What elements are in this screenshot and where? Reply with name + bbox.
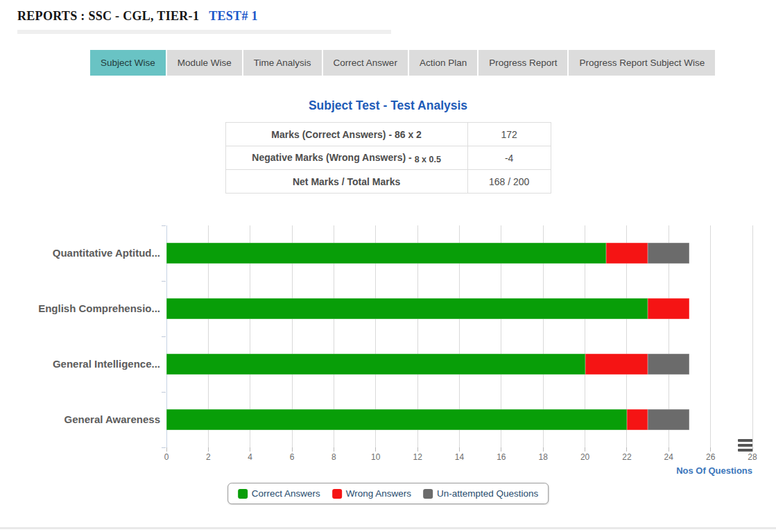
row-label-text: Net Marks / Total Marks xyxy=(293,176,400,187)
x-axis-tick xyxy=(166,447,167,452)
hamburger-bar xyxy=(738,439,753,442)
hamburger-bar xyxy=(738,444,753,447)
category-axis-tick xyxy=(162,336,166,337)
row-value: 168 / 200 xyxy=(467,170,551,194)
bar-segment-wrong-answers[interactable] xyxy=(627,409,648,430)
marks-summary-table: Marks (Correct Answers) - 86 x 2172Negat… xyxy=(225,122,551,194)
x-tick-label: 26 xyxy=(697,452,725,462)
x-tick-label: 4 xyxy=(236,452,264,462)
gridline xyxy=(710,225,711,447)
report-page: REPORTS : SSC - CGL, TIER-1TEST# 1 Subje… xyxy=(0,0,776,532)
tab-module-wise[interactable]: Module Wise xyxy=(167,50,242,76)
table-row: Negative Marks (Wrong Answers) -8 x 0.5-… xyxy=(225,146,551,170)
subject-test-bar-chart: Nos Of Questions Correct AnswersWrong An… xyxy=(0,208,776,513)
x-tick-label: 2 xyxy=(194,452,222,462)
legend-item-correct-answers[interactable]: Correct Answers xyxy=(238,488,320,499)
x-axis-tick xyxy=(543,447,544,452)
analysis-title: Subject Test - Test Analysis xyxy=(0,98,776,113)
legend-label: Correct Answers xyxy=(252,488,320,499)
header-divider xyxy=(17,30,391,34)
bar-segment-correct-answers[interactable] xyxy=(166,243,606,264)
tab-bar: Subject WiseModule WiseTime AnalysisCorr… xyxy=(90,50,776,76)
bar-row-general-awareness xyxy=(166,409,689,430)
category-label-english-comprehensio: English Comprehensio... xyxy=(0,302,160,316)
bar-row-quantitative-aptitud xyxy=(166,243,689,264)
tab-subject-wise[interactable]: Subject Wise xyxy=(90,50,166,76)
category-axis-tick xyxy=(162,392,166,393)
x-tick-label: 14 xyxy=(446,452,474,462)
category-axis-tick xyxy=(162,281,166,282)
bar-segment-wrong-answers[interactable] xyxy=(606,243,648,264)
bar-segment-un-attempted-questions[interactable] xyxy=(648,409,689,430)
x-axis-tick xyxy=(292,447,293,452)
x-tick-label: 8 xyxy=(320,452,347,462)
page-title: REPORTS : SSC - CGL, TIER-1 xyxy=(17,9,199,23)
x-tick-label: 6 xyxy=(278,452,306,462)
bar-segment-wrong-answers[interactable] xyxy=(585,354,648,375)
bottom-divider xyxy=(0,527,776,529)
legend-label: Un-attempted Questions xyxy=(437,488,538,499)
bar-segment-correct-answers[interactable] xyxy=(166,354,585,375)
x-tick-label: 18 xyxy=(529,452,557,462)
legend-label: Wrong Answers xyxy=(346,488,411,499)
legend-item-wrong-answers[interactable]: Wrong Answers xyxy=(332,488,411,499)
tab-time-analysis[interactable]: Time Analysis xyxy=(243,50,322,76)
x-axis-tick xyxy=(208,447,209,452)
x-tick-label: 22 xyxy=(613,452,641,462)
x-tick-label: 28 xyxy=(739,452,766,462)
x-axis-tick xyxy=(459,447,460,452)
x-tick-label: 10 xyxy=(362,452,390,462)
row-label: Negative Marks (Wrong Answers) -8 x 0.5 xyxy=(225,146,467,170)
bar-row-english-comprehensio xyxy=(166,298,689,319)
x-axis-tick xyxy=(626,447,627,452)
hamburger-bar xyxy=(738,449,753,452)
row-value: 172 xyxy=(467,123,551,146)
gridline xyxy=(752,225,753,447)
tab-progress-report-subject-wise[interactable]: Progress Report Subject Wise xyxy=(569,50,715,76)
row-label-subtext: 8 x 0.5 xyxy=(415,155,441,164)
bar-segment-correct-answers[interactable] xyxy=(166,409,627,430)
table-row: Net Marks / Total Marks168 / 200 xyxy=(225,170,551,194)
category-label-quantitative-aptitud: Quantitative Aptitud... xyxy=(0,246,160,260)
x-axis-tick xyxy=(334,447,334,452)
table-row: Marks (Correct Answers) - 86 x 2172 xyxy=(225,123,551,146)
x-axis-tick xyxy=(710,447,711,452)
tab-progress-report[interactable]: Progress Report xyxy=(478,50,567,76)
row-label-text: Marks (Correct Answers) - 86 x 2 xyxy=(271,129,422,140)
x-tick-label: 20 xyxy=(571,452,599,462)
x-axis-tick xyxy=(375,447,376,452)
x-tick-label: 24 xyxy=(655,452,682,462)
bar-segment-un-attempted-questions[interactable] xyxy=(648,243,689,264)
test-number-link[interactable]: TEST# 1 xyxy=(209,9,258,23)
x-axis-title: Nos Of Questions xyxy=(600,465,752,476)
x-axis-tick xyxy=(752,447,753,452)
x-axis-tick xyxy=(417,447,418,452)
category-axis-tick xyxy=(162,225,166,226)
category-axis-tick xyxy=(162,447,166,448)
row-label: Marks (Correct Answers) - 86 x 2 xyxy=(225,123,467,146)
legend-swatch-icon xyxy=(423,489,433,499)
page-header: REPORTS : SSC - CGL, TIER-1TEST# 1 xyxy=(0,0,776,24)
legend-swatch-icon xyxy=(332,489,342,499)
legend-item-un-attempted-questions[interactable]: Un-attempted Questions xyxy=(423,488,538,499)
tab-correct-answer[interactable]: Correct Answer xyxy=(323,50,408,76)
tab-action-plan[interactable]: Action Plan xyxy=(409,50,477,76)
row-value: -4 xyxy=(467,146,551,170)
row-label-text: Negative Marks (Wrong Answers) - xyxy=(252,152,411,163)
x-axis-tick xyxy=(501,447,501,452)
bar-segment-wrong-answers[interactable] xyxy=(648,298,689,319)
x-tick-label: 16 xyxy=(488,452,515,462)
row-label: Net Marks / Total Marks xyxy=(225,170,467,194)
x-tick-label: 12 xyxy=(404,452,431,462)
bar-segment-un-attempted-questions[interactable] xyxy=(648,354,689,375)
bar-segment-correct-answers[interactable] xyxy=(166,298,648,319)
category-label-general-awareness: General Awareness xyxy=(0,413,160,427)
x-tick-label: 0 xyxy=(153,452,180,462)
category-label-general-intelligence: General Intelligence... xyxy=(0,357,160,371)
bar-row-general-intelligence xyxy=(166,354,689,375)
x-axis-tick xyxy=(250,447,250,452)
x-axis-tick xyxy=(585,447,585,452)
x-axis-tick xyxy=(669,447,669,452)
chart-legend: Correct AnswersWrong AnswersUn-attempted… xyxy=(227,483,549,504)
legend-swatch-icon xyxy=(238,489,248,499)
